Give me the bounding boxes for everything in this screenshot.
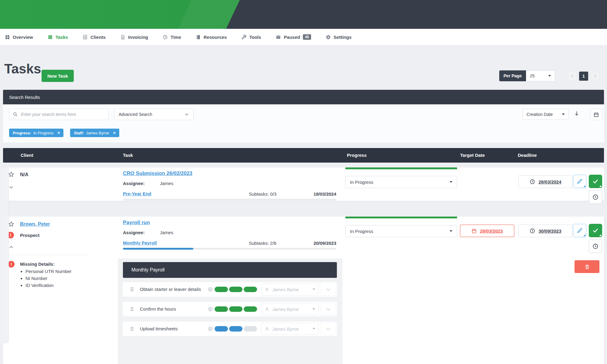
edit-task-button[interactable] <box>573 175 586 188</box>
deadline-date: 28/03/2024 <box>538 179 561 184</box>
tab-clients[interactable]: Clients <box>83 35 106 40</box>
calendar-button[interactable] <box>590 109 602 120</box>
tab-resources[interactable]: Resources <box>196 35 227 40</box>
caret-down-icon <box>449 230 453 232</box>
expand-subtask-button[interactable] <box>321 283 336 296</box>
progress-segment[interactable] <box>229 306 242 312</box>
time-log-button[interactable] <box>589 190 602 204</box>
tab-tools[interactable]: Tools <box>241 35 261 40</box>
chevron-down-icon[interactable] <box>8 184 14 191</box>
col-task: Task <box>123 153 133 158</box>
progress-select[interactable]: In Progress <box>345 225 457 237</box>
chip-value: James Byrne <box>86 131 109 135</box>
tab-invoicing[interactable]: Invoicing <box>120 35 148 40</box>
chevron-up-icon[interactable] <box>8 244 14 251</box>
row-progress-indicator <box>345 217 457 218</box>
tab-label: Clients <box>90 35 106 40</box>
envelope-icon <box>276 35 281 40</box>
tab-paused[interactable]: Paused 45 <box>276 34 311 40</box>
next-page-button[interactable] <box>591 72 600 81</box>
caret-down-icon <box>312 328 315 330</box>
gear-icon <box>326 35 331 40</box>
expand-subtask-button[interactable] <box>321 322 336 335</box>
subtask-list-icon <box>128 286 134 294</box>
subtask-assignee: James Byrne <box>272 326 299 332</box>
star-icon[interactable] <box>8 221 15 229</box>
progress-segment[interactable] <box>244 326 257 332</box>
check-icon <box>592 178 599 185</box>
progress-segment[interactable] <box>215 306 228 312</box>
per-page-select[interactable]: 25 <box>526 70 555 81</box>
app-screen: Overview Tasks Clients Invoicing Time Re… <box>0 0 607 364</box>
expand-subtask-button[interactable] <box>321 303 336 315</box>
subtask-due-date: 18/03/2024 <box>300 191 336 197</box>
deadline-date-button[interactable]: 28/03/2024 <box>518 175 572 188</box>
close-icon[interactable]: × <box>57 130 60 135</box>
target-date-button-overdue[interactable]: 28/03/2023 <box>460 224 514 237</box>
task-title-link[interactable]: CRO Submission 26/02/2023 <box>123 170 192 177</box>
subtask-progress-fill <box>123 248 193 250</box>
book-icon <box>196 35 201 40</box>
tab-overview[interactable]: Overview <box>5 35 33 40</box>
tab-time[interactable]: Time <box>163 35 181 40</box>
task-title-link[interactable]: Payroll run <box>123 220 150 226</box>
tab-label: Overview <box>13 35 33 40</box>
subtask-assignee-select[interactable]: James Byrne <box>261 283 319 295</box>
progress-segment[interactable] <box>244 306 257 312</box>
progress-select[interactable]: In Progress <box>345 176 457 188</box>
time-log-button[interactable] <box>589 240 602 253</box>
sort-field-select[interactable]: Creation Date <box>523 109 569 120</box>
filter-chip-progress[interactable]: Progress: In Progress × <box>9 129 63 137</box>
subtask-row: Upload timesheets James Byrne <box>123 322 337 336</box>
subtask-assignee-select[interactable]: James Byrne <box>261 323 319 335</box>
subtask-assignee-select[interactable]: James Byrne <box>261 303 319 315</box>
chip-value: In Progress <box>33 131 53 135</box>
clock-icon <box>163 35 168 40</box>
search-icon <box>12 112 18 117</box>
per-page-value: 25 <box>530 73 535 78</box>
search-input[interactable] <box>20 112 105 117</box>
paused-count-badge: 45 <box>303 34 311 40</box>
complete-task-button[interactable] <box>589 175 602 188</box>
missing-detail-item: ID Verification <box>25 283 72 288</box>
prev-page-button[interactable] <box>568 72 577 81</box>
chevron-down-icon <box>325 286 332 293</box>
star-icon[interactable] <box>8 171 15 179</box>
caret-down-icon <box>449 181 453 183</box>
advanced-search-select[interactable]: Advanced Search <box>114 109 194 120</box>
deadline-date-button[interactable]: 30/09/2023 <box>518 224 572 237</box>
missing-detail-item: Personal UTR Number <box>25 269 72 274</box>
edit-task-button[interactable] <box>573 224 586 237</box>
progress-segment[interactable] <box>244 287 257 292</box>
tab-settings[interactable]: Settings <box>326 35 351 40</box>
row-progress-indicator <box>345 167 457 169</box>
progress-segment[interactable] <box>215 287 228 292</box>
subtask-group-link[interactable]: Monthly Payroll <box>123 240 157 245</box>
chip-label: Progress: <box>13 131 31 135</box>
subtask-row: Obtain starter or leaver details James B… <box>123 282 337 297</box>
caret-down-icon <box>548 75 551 77</box>
page-left-gutter[interactable] <box>0 167 9 343</box>
subtask-assignee: James Byrne <box>272 307 299 312</box>
trash-icon <box>584 264 590 270</box>
filter-chip-staff[interactable]: Staff: James Byrne × <box>70 129 119 137</box>
complete-task-button[interactable] <box>589 224 602 237</box>
search-box <box>9 109 109 120</box>
top-banner <box>0 0 607 29</box>
progress-segment[interactable] <box>229 326 242 332</box>
client-card-icon <box>83 35 88 40</box>
subtask-group-link[interactable]: Pre-Year End <box>123 191 151 196</box>
close-icon[interactable]: × <box>113 130 115 135</box>
document-icon <box>120 35 125 40</box>
client-name-link[interactable]: Brown, Peter <box>20 221 50 227</box>
subtasks-count: Subtasks: 2/6 <box>249 241 276 246</box>
progress-segment[interactable] <box>215 326 228 332</box>
new-task-button[interactable]: New Task <box>42 70 74 82</box>
delete-task-button[interactable] <box>575 260 599 273</box>
current-page-button[interactable]: 1 <box>579 72 588 81</box>
sort-direction-icon[interactable] <box>574 110 580 118</box>
subtask-assignee: James Byrne <box>272 287 299 292</box>
tab-tasks[interactable]: Tasks <box>48 35 68 40</box>
progress-segment[interactable] <box>229 287 242 292</box>
caret-down-icon <box>562 113 565 115</box>
